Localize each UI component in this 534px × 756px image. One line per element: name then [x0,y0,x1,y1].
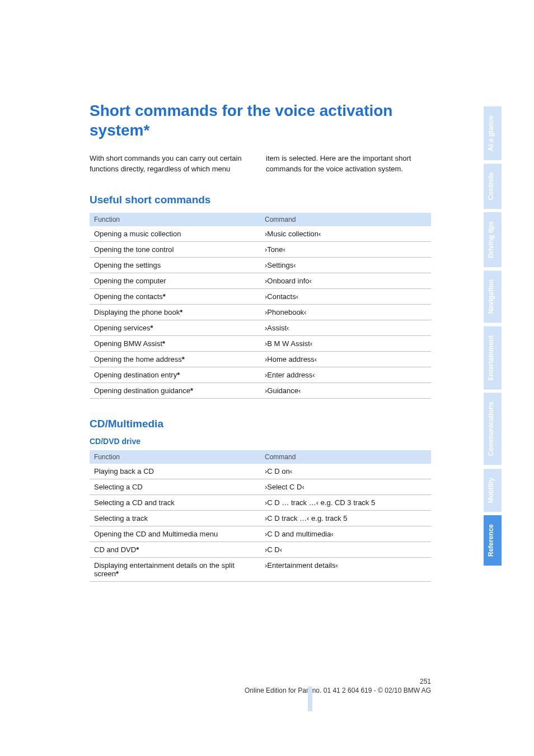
cell-function: Opening the computer [90,273,260,288]
cell-function: Opening the tone control [90,241,260,257]
side-tab-navigation[interactable]: Navigation [484,270,502,323]
cell-command: ›B M W Assist‹ [260,335,431,351]
footnote-star-icon: * [163,292,166,301]
edition-line: Online Edition for Part no. 01 41 2 604 … [245,687,431,694]
cell-function: Playing back a CD [90,464,260,479]
cell-function: Opening the settings [90,257,260,273]
table-header-row: Function Command [90,213,431,226]
table-row: Opening services*›Assist‹ [90,320,431,335]
side-tab-entertainment[interactable]: Entertainment [484,326,502,390]
cell-command: ›C D … track …‹ e.g. CD 3 track 5 [260,494,431,510]
cell-command: ›Enter address‹ [260,367,431,382]
cell-command: ›Contacts‹ [260,288,431,304]
side-tab-at-a-glance[interactable]: At a glance [484,106,502,160]
cell-function: Opening the contacts* [90,288,260,304]
intro-right: item is selected. Here are the important… [266,153,431,175]
intro-paragraph: With short commands you can carry out ce… [90,153,431,175]
footnote-star-icon: * [150,324,153,332]
page: Short commands for the voice activation … [0,0,534,756]
table-row: Selecting a track›C D track …‹ e.g. trac… [90,510,431,526]
cell-command: ›Assist‹ [260,320,431,335]
table-row: CD and DVD*›C D‹ [90,542,431,557]
footnote-star-icon: * [182,355,185,363]
table-row: Opening destination entry*›Enter address… [90,367,431,382]
cell-function: CD and DVD* [90,542,260,557]
cell-command: ›C D on‹ [260,464,431,479]
side-tab-reference[interactable]: Reference [484,515,502,566]
cell-function: Opening a music collection [90,226,260,242]
table-row: Opening the contacts*›Contacts‹ [90,288,431,304]
section-heading-useful: Useful short commands [90,194,431,206]
footnote-star-icon: * [162,339,165,348]
section-heading-cdmm: CD/Multimedia [90,418,431,430]
cell-command: ›Onboard info‹ [260,273,431,288]
cell-command: ›Entertainment details‹ [260,557,431,581]
table-row: Opening the tone control›Tone‹ [90,241,431,257]
table-row: Selecting a CD and track›C D … track …‹ … [90,494,431,510]
table-row: Opening the home address*›Home address‹ [90,351,431,367]
table-row: Opening BMW Assist*›B M W Assist‹ [90,335,431,351]
cell-function: Opening BMW Assist* [90,335,260,351]
table-cddvd-commands: Function Command Playing back a CD›C D o… [90,450,431,582]
cell-command: ›Music collection‹ [260,226,431,242]
side-tab-driving-tips[interactable]: Driving tips [484,212,502,267]
page-number: 251 [90,678,431,685]
cell-function: Selecting a CD [90,479,260,494]
page-title: Short commands for the voice activation … [90,101,431,140]
col-header-command: Command [260,213,431,226]
content-column: Short commands for the voice activation … [90,101,431,582]
col-header-function: Function [90,213,260,226]
cell-command: ›Phonebook‹ [260,304,431,320]
table-body: Opening a music collection›Music collect… [90,226,431,399]
cell-function: Displaying the phone book* [90,304,260,320]
table-header-row: Function Command [90,450,431,464]
subsection-heading-cddvd: CD/DVD drive [90,437,431,446]
cell-command: ›C D and multimedia‹ [260,526,431,542]
cell-command: ›Settings‹ [260,257,431,273]
table-row: Opening the settings›Settings‹ [90,257,431,273]
side-tab-mobility[interactable]: Mobility [484,469,502,512]
cell-command: ›Select C D‹ [260,479,431,494]
intro-left: With short commands you can carry out ce… [90,153,255,175]
table-row: Playing back a CD›C D on‹ [90,464,431,479]
cell-function: Opening the CD and Multimedia menu [90,526,260,542]
cell-function: Opening the home address* [90,351,260,367]
table-row: Opening a music collection›Music collect… [90,226,431,242]
cell-function: Displaying entertainment details on the … [90,557,260,581]
footnote-star-icon: * [136,545,139,554]
footnote-star-icon: * [180,308,182,316]
col-header-function: Function [90,450,260,464]
footnote-star-icon: * [116,570,119,578]
footnote-star-icon: * [190,386,193,395]
cell-function: Selecting a CD and track [90,494,260,510]
footnote-star-icon: * [177,371,180,379]
cell-command: ›C D‹ [260,542,431,557]
cell-function: Selecting a track [90,510,260,526]
table-row: Opening the computer›Onboard info‹ [90,273,431,288]
table-useful-commands: Function Command Opening a music collect… [90,213,431,399]
cell-function: Opening services* [90,320,260,335]
cell-command: ›Tone‹ [260,241,431,257]
table-body: Playing back a CD›C D on‹Selecting a CD›… [90,464,431,582]
side-tabs: At a glanceControlsDriving tipsNavigatio… [484,106,502,566]
col-header-command: Command [260,450,431,464]
table-row: Displaying the phone book*›Phonebook‹ [90,304,431,320]
cell-command: ›C D track …‹ e.g. track 5 [260,510,431,526]
cell-function: Opening destination guidance* [90,382,260,398]
footer-bar [308,687,312,711]
cell-command: ›Home address‹ [260,351,431,367]
table-row: Opening the CD and Multimedia menu›C D a… [90,526,431,542]
page-footer: 251 Online Edition for Part no. 01 41 2 … [90,678,431,694]
table-row: Displaying entertainment details on the … [90,557,431,581]
side-tab-communications[interactable]: Communications [484,393,502,465]
cell-command: ›Guidance‹ [260,382,431,398]
cell-function: Opening destination entry* [90,367,260,382]
table-row: Selecting a CD›Select C D‹ [90,479,431,494]
side-tab-controls[interactable]: Controls [484,164,502,209]
table-row: Opening destination guidance*›Guidance‹ [90,382,431,398]
